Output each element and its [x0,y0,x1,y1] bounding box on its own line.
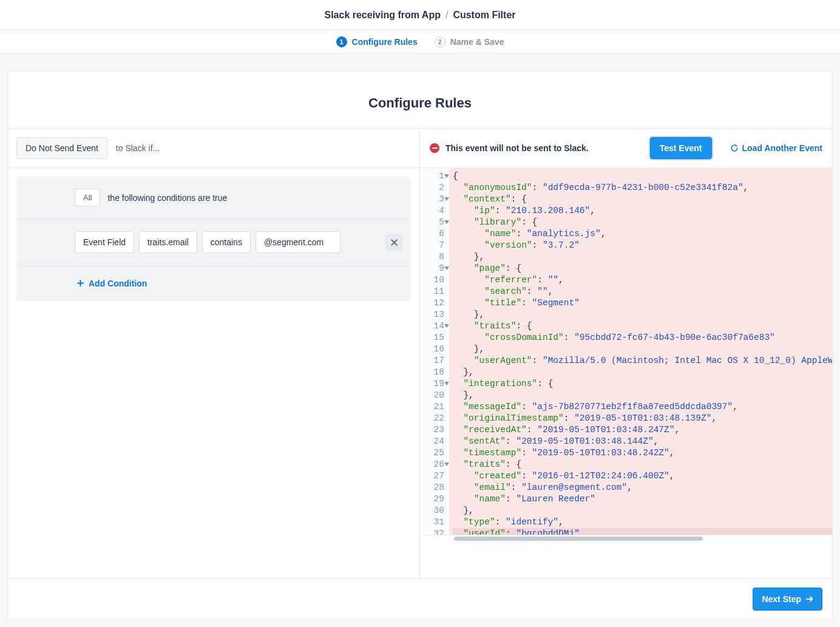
blocked-icon [430,143,439,153]
quantifier-dropdown[interactable]: All [75,189,100,206]
condition-operator-dropdown[interactable]: contains [202,231,251,253]
condition-row: Event Field traits.email contains [16,219,411,266]
step-configure-rules[interactable]: 1 Configure Rules [336,36,418,47]
plus-icon [77,280,84,286]
test-panel: This event will not be sent to Slack. Te… [420,129,832,578]
code-body[interactable]: { "anonymousId": "ddf9ecda-977b-4231-b00… [449,168,832,535]
condition-path[interactable]: traits.email [139,231,197,253]
breadcrumb-parent[interactable]: Slack receiving from App [324,10,440,21]
load-another-event-button[interactable]: Load Another Event [730,143,823,153]
breadcrumb: Slack receiving from App / Custom Filter [0,0,840,30]
line-gutter: 1234567891011121314151617181920212223242… [420,168,449,535]
step-label: Name & Save [450,37,504,47]
next-step-label: Next Step [762,594,801,604]
close-icon [391,239,398,246]
step-label: Configure Rules [352,37,418,47]
horizontal-scrollbar[interactable] [422,535,830,542]
action-suffix: to Slack if... [116,143,160,153]
load-another-event-label: Load Another Event [742,143,823,153]
remove-condition-button[interactable] [385,234,402,251]
action-dropdown[interactable]: Do Not Send Event [16,137,107,159]
refresh-icon [730,144,739,152]
arrow-right-icon [806,595,813,603]
scroll-thumb[interactable] [454,537,703,541]
step-name-save[interactable]: 2 Name & Save [435,36,504,47]
test-status-text: This event will not be sent to Slack. [445,143,589,153]
step-number-2: 2 [435,36,445,47]
breadcrumb-current: Custom Filter [453,10,515,21]
next-step-button[interactable]: Next Step [753,588,822,611]
quantifier-suffix: the following conditions are true [107,193,227,203]
step-number-1: 1 [336,36,347,47]
page-title: Configure Rules [8,71,832,129]
add-condition-button[interactable]: Add Condition [77,279,147,288]
add-condition-label: Add Condition [89,279,147,288]
condition-type-dropdown[interactable]: Event Field [75,231,134,253]
wizard-steps: 1 Configure Rules 2 Name & Save [0,30,840,53]
condition-value-input[interactable] [256,231,340,253]
breadcrumb-sep: / [445,10,448,21]
json-viewer: 1234567891011121314151617181920212223242… [420,168,832,535]
rules-panel: Do Not Send Event to Slack if... All the… [8,129,420,578]
test-event-button[interactable]: Test Event [650,137,712,159]
